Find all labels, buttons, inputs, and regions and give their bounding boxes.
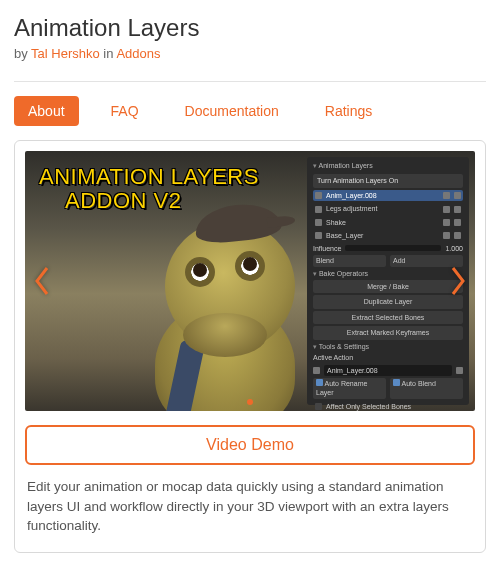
layer-name: Anim_Layer.008 xyxy=(326,191,377,200)
chevron-right-icon xyxy=(449,264,467,298)
bake-op: Extract Selected Bones xyxy=(313,311,463,324)
layer-row: Legs adjustment xyxy=(313,203,463,214)
layer-name: Base_Layer xyxy=(326,231,363,240)
bake-op: Merge / Bake xyxy=(313,280,463,293)
category-link[interactable]: Addons xyxy=(116,46,160,61)
hero-character xyxy=(125,191,325,411)
panel-toggle: Turn Animation Layers On xyxy=(313,174,463,187)
layer-name: Legs adjustment xyxy=(326,204,377,213)
video-demo-button[interactable]: Video Demo xyxy=(25,425,475,465)
byline-prefix: by xyxy=(14,46,31,61)
affect-only: Affect Only Selected Bones xyxy=(326,402,411,411)
carousel-prev[interactable] xyxy=(27,256,57,306)
byline-sep: in xyxy=(100,46,117,61)
influence-slider xyxy=(345,245,441,251)
carousel-dot[interactable] xyxy=(247,399,253,405)
hero-overlay-line1: ANIMATION LAYERS xyxy=(39,165,259,189)
active-action-label: Active Action xyxy=(313,353,463,362)
chevron-left-icon xyxy=(33,264,51,298)
influence-field: Influence1.000 xyxy=(313,244,463,253)
active-action-field: Anim_Layer.008 xyxy=(313,365,463,376)
hero-overlay-line2: ADDON V2 xyxy=(39,189,259,213)
influence-value: 1.000 xyxy=(445,244,463,253)
auto-row: Auto Rename Layer Auto Blend xyxy=(313,378,463,399)
author-link[interactable]: Tal Hershko xyxy=(31,46,100,61)
carousel-next[interactable] xyxy=(443,256,473,306)
blend-label: Blend xyxy=(313,255,386,266)
blend-row: BlendAdd xyxy=(313,255,463,266)
layer-row: Anim_Layer.008 xyxy=(313,190,463,201)
byline: by Tal Hershko in Addons xyxy=(14,46,486,61)
bake-op: Extract Marked Keyframes xyxy=(313,326,463,339)
auto-rename: Auto Rename Layer xyxy=(316,380,367,396)
tools-section: Tools & Settings xyxy=(313,342,463,351)
page-title: Animation Layers xyxy=(14,14,486,42)
hero-overlay-title: ANIMATION LAYERS ADDON V2 xyxy=(39,165,259,213)
tabs: About FAQ Documentation Ratings xyxy=(14,96,486,126)
influence-label: Influence xyxy=(313,244,341,253)
active-action-value: Anim_Layer.008 xyxy=(324,365,452,376)
auto-blend: Auto Blend xyxy=(402,380,436,387)
panel-header: Animation Layers xyxy=(313,161,463,170)
carousel-dots xyxy=(247,399,253,405)
tab-documentation[interactable]: Documentation xyxy=(171,96,293,126)
layer-row: Shake xyxy=(313,217,463,228)
bake-op: Duplicate Layer xyxy=(313,295,463,308)
hero-carousel: ANIMATION LAYERS ADDON V2 Animation Laye… xyxy=(25,151,475,411)
product-description: Edit your animation or mocap data quickl… xyxy=(25,477,475,536)
tab-ratings[interactable]: Ratings xyxy=(311,96,386,126)
layer-name: Shake xyxy=(326,218,346,227)
layer-row: Base_Layer xyxy=(313,230,463,241)
tab-about[interactable]: About xyxy=(14,96,79,126)
divider xyxy=(14,81,486,82)
tab-faq[interactable]: FAQ xyxy=(97,96,153,126)
affect-only-row: Affect Only Selected Bones xyxy=(313,401,463,411)
bake-section: Bake Operators xyxy=(313,269,463,278)
content-card: ANIMATION LAYERS ADDON V2 Animation Laye… xyxy=(14,140,486,553)
